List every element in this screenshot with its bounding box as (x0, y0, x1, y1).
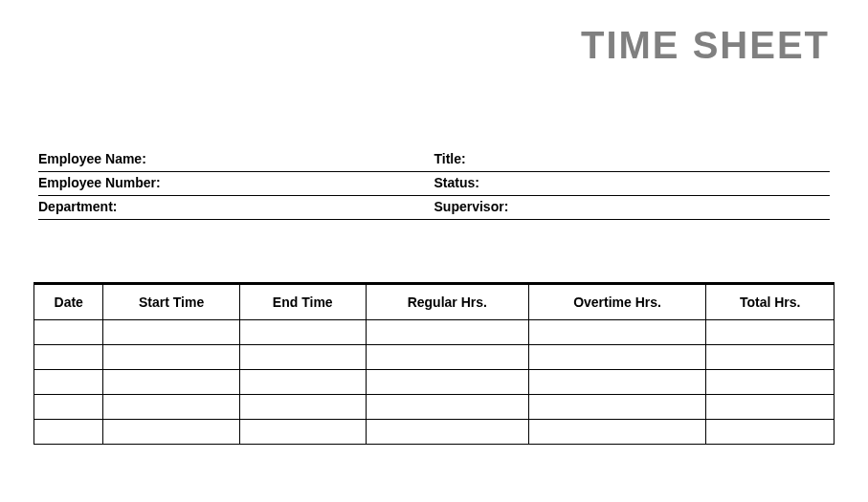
title-label: Title: (434, 151, 466, 166)
cell-regular-hrs (366, 345, 528, 370)
cell-regular-hrs (366, 420, 528, 445)
cell-overtime-hrs (528, 395, 706, 420)
department-label: Department: (38, 199, 117, 214)
cell-start-time (103, 320, 239, 345)
cell-end-time (239, 370, 366, 395)
header-regular-hrs: Regular Hrs. (366, 284, 528, 320)
supervisor-label: Supervisor: (434, 199, 509, 214)
header-end-time: End Time (239, 284, 366, 320)
cell-total-hrs (706, 345, 835, 370)
cell-regular-hrs (366, 395, 528, 420)
cell-end-time (239, 420, 366, 445)
cell-end-time (239, 345, 366, 370)
cell-overtime-hrs (528, 320, 706, 345)
cell-overtime-hrs (528, 420, 706, 445)
table-section: Date Start Time End Time Regular Hrs. Ov… (33, 282, 835, 445)
table-row (34, 320, 835, 345)
employee-number-label: Employee Number: (38, 175, 161, 190)
table-row (34, 370, 835, 395)
cell-overtime-hrs (528, 345, 706, 370)
cell-end-time (239, 320, 366, 345)
cell-total-hrs (706, 395, 835, 420)
cell-start-time (103, 420, 239, 445)
cell-date (34, 395, 103, 420)
cell-date (34, 345, 103, 370)
cell-date (34, 320, 103, 345)
header-overtime-hrs: Overtime Hrs. (528, 284, 706, 320)
page-title: TIME SHEET (0, 0, 868, 67)
employee-name-label: Employee Name: (38, 151, 146, 166)
info-row-1: Employee Name: Title: (38, 148, 830, 172)
header-start-time: Start Time (103, 284, 239, 320)
cell-date (34, 370, 103, 395)
cell-regular-hrs (366, 370, 528, 395)
cell-total-hrs (706, 420, 835, 445)
cell-start-time (103, 395, 239, 420)
cell-date (34, 420, 103, 445)
header-total-hrs: Total Hrs. (706, 284, 835, 320)
table-row (34, 345, 835, 370)
info-section: Employee Name: Title: Employee Number: S… (38, 148, 830, 220)
table-header-row: Date Start Time End Time Regular Hrs. Ov… (34, 284, 835, 320)
table-row (34, 395, 835, 420)
cell-start-time (103, 345, 239, 370)
cell-regular-hrs (366, 320, 528, 345)
cell-total-hrs (706, 320, 835, 345)
info-row-3: Department: Supervisor: (38, 196, 830, 220)
header-date: Date (34, 284, 103, 320)
info-row-2: Employee Number: Status: (38, 172, 830, 196)
cell-start-time (103, 370, 239, 395)
time-table: Date Start Time End Time Regular Hrs. Ov… (33, 282, 835, 445)
cell-overtime-hrs (528, 370, 706, 395)
cell-end-time (239, 395, 366, 420)
status-label: Status: (434, 175, 479, 190)
cell-total-hrs (706, 370, 835, 395)
table-row (34, 420, 835, 445)
